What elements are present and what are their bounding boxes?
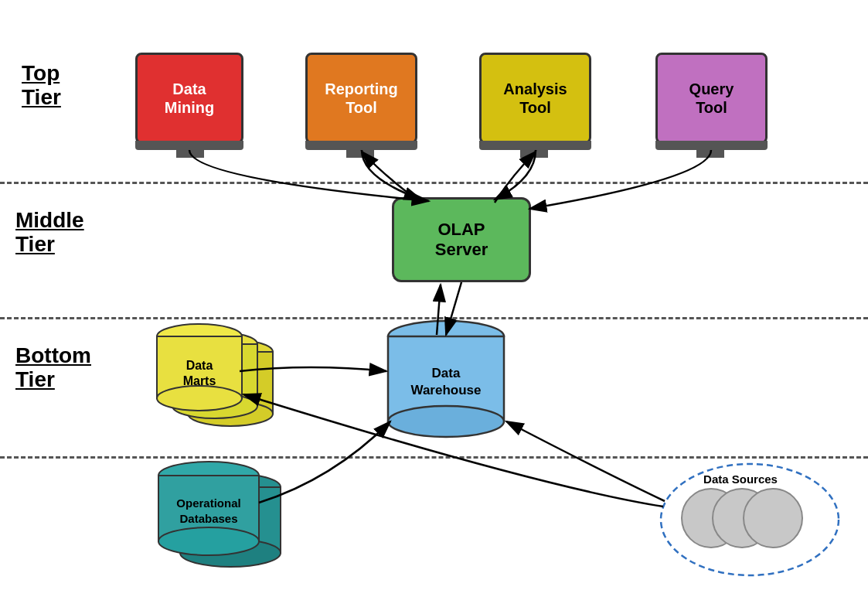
data-mining-label: DataMining — [165, 80, 214, 117]
svg-point-15 — [388, 406, 504, 437]
middle-tier-label: MiddleTier — [15, 209, 84, 257]
query-tool-label: QueryTool — [689, 80, 734, 117]
svg-rect-19 — [180, 487, 281, 553]
monitor-stand-3 — [479, 141, 591, 150]
svg-text:Data: Data — [186, 359, 213, 372]
svg-point-20 — [180, 539, 281, 567]
diagram-container: TopTier MiddleTier BottomTier DataMining… — [0, 0, 868, 614]
svg-text:Data Sources: Data Sources — [703, 472, 778, 486]
olap-server-label: OLAPServer — [435, 220, 488, 260]
svg-text:Operational: Operational — [176, 496, 240, 510]
analysis-tool-box: AnalysisTool — [479, 53, 591, 144]
reporting-tool-label: ReportingTool — [325, 80, 397, 117]
svg-point-10 — [157, 386, 242, 411]
svg-rect-22 — [158, 476, 259, 541]
data-mining-box: DataMining — [135, 53, 243, 144]
svg-rect-9 — [157, 336, 242, 398]
reporting-tool-box: ReportingTool — [305, 53, 417, 144]
analysis-tool-label: AnalysisTool — [503, 80, 567, 117]
query-tool-box: QueryTool — [655, 53, 768, 144]
svg-text:Marts: Marts — [183, 374, 216, 387]
svg-point-18 — [180, 473, 281, 501]
svg-point-13 — [388, 321, 504, 352]
stand-leg-1 — [176, 150, 204, 158]
stand-leg-3 — [520, 150, 548, 158]
svg-point-26 — [661, 464, 839, 575]
svg-point-4 — [188, 401, 273, 426]
svg-point-7 — [172, 394, 257, 418]
monitor-stand-4 — [655, 141, 768, 150]
top-tier-label: TopTier — [22, 62, 61, 110]
stand-leg-4 — [696, 150, 724, 158]
svg-rect-14 — [388, 336, 504, 421]
svg-point-28 — [713, 489, 771, 547]
svg-rect-6 — [172, 344, 257, 406]
stand-leg-2 — [346, 150, 374, 158]
svg-rect-3 — [188, 352, 273, 414]
separator-line-2 — [0, 317, 868, 319]
svg-point-2 — [188, 339, 273, 364]
separator-line-3 — [0, 456, 868, 459]
svg-text:Databases: Databases — [179, 512, 237, 525]
svg-text:Data: Data — [432, 366, 461, 380]
monitor-stand-1 — [135, 141, 243, 150]
monitor-stand-2 — [305, 141, 417, 150]
svg-point-5 — [172, 332, 257, 356]
separator-line-1 — [0, 182, 868, 184]
svg-point-29 — [744, 489, 802, 547]
svg-point-8 — [157, 324, 242, 349]
svg-point-21 — [158, 462, 259, 489]
svg-point-27 — [682, 489, 740, 547]
svg-point-23 — [158, 527, 259, 555]
olap-server-box: OLAPServer — [392, 197, 531, 282]
svg-text:Warehouse: Warehouse — [410, 383, 481, 397]
bottom-tier-label: BottomTier — [15, 344, 91, 392]
